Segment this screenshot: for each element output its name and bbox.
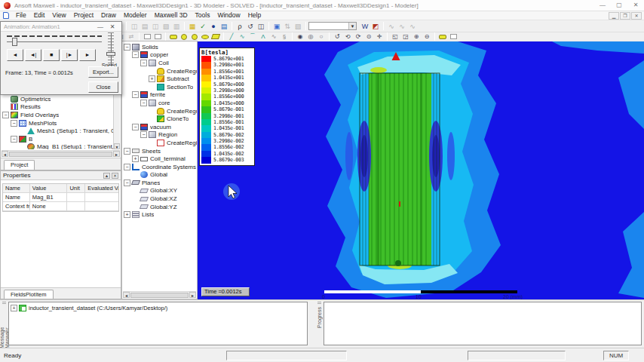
expander-icon[interactable]: − bbox=[124, 44, 130, 51]
expander-icon[interactable]: + bbox=[149, 75, 155, 82]
menu-edit[interactable]: Edit bbox=[30, 11, 49, 20]
toolbar-solve-combo[interactable]: ▼ bbox=[308, 22, 357, 30]
tree-item-coil[interactable]: −Coil bbox=[122, 59, 197, 67]
tab-fieldsplotitem[interactable]: FieldsPlotItem bbox=[4, 290, 54, 299]
stop-button[interactable]: ■ bbox=[43, 49, 60, 61]
toolbar-active-view-button[interactable]: ▣ bbox=[271, 21, 282, 31]
tree-item-core[interactable]: −core bbox=[122, 99, 197, 107]
toolbar-draw-circle-button[interactable] bbox=[179, 33, 189, 41]
expander-icon[interactable]: − bbox=[132, 124, 139, 130]
toolbar-fit-selection-button[interactable]: ◲ bbox=[400, 33, 411, 41]
toolbar-grid-tool-button[interactable] bbox=[448, 33, 458, 41]
tree-item-mesh1-setup1-transient-0s[interactable]: Mesh1 (Setup1 : Transient, 0s) bbox=[1, 127, 113, 135]
tree-item-ferrite[interactable]: −ferrite bbox=[122, 91, 197, 100]
toolbar-snap-1-button[interactable]: ∿ bbox=[386, 21, 397, 31]
close-button[interactable]: ✕ bbox=[627, 0, 644, 11]
tree-item-b[interactable]: −B bbox=[1, 135, 113, 143]
expander-icon[interactable]: + bbox=[11, 305, 17, 311]
tree-item-sectionto[interactable]: SectionTo bbox=[122, 83, 197, 91]
toolbar-draw-line-button[interactable]: ╱ bbox=[226, 33, 237, 41]
expander-icon[interactable]: − bbox=[140, 131, 147, 138]
tree-item-sheets[interactable]: −Sheets bbox=[122, 147, 197, 155]
toolbar-fit-all-button[interactable]: ◱ bbox=[390, 33, 400, 41]
speed-slider-thumb[interactable] bbox=[106, 52, 115, 56]
chevron-down-icon[interactable]: ▼ bbox=[348, 23, 356, 29]
toolbar-duplicate-button[interactable]: ◫ bbox=[150, 21, 161, 31]
mdi-minimize-button[interactable]: ▁ bbox=[609, 12, 619, 20]
menu-file[interactable]: File bbox=[12, 11, 30, 20]
toolbar-swap-button[interactable]: ⇄ bbox=[126, 33, 136, 41]
tree-item-global-xy[interactable]: Global:XY bbox=[122, 187, 197, 195]
tree-item-vacuum[interactable]: −vacuum bbox=[122, 123, 197, 131]
collapse-icon[interactable]: ▲ bbox=[103, 173, 110, 179]
toolbar-grid-plane-2-button[interactable] bbox=[152, 33, 163, 41]
toolbar-snap-3-button[interactable]: ∿ bbox=[407, 21, 418, 31]
toolbar-rotate-view-button[interactable]: ↺ bbox=[332, 33, 342, 41]
close-dialog-button[interactable]: Close bbox=[88, 81, 118, 93]
expander-icon[interactable]: + bbox=[132, 155, 139, 162]
toolbar-roll-button[interactable]: ⊙ bbox=[363, 33, 374, 41]
toolbar-draw-spline-button[interactable]: ∿ bbox=[237, 33, 247, 41]
tree-item-mag-b1-setup1-transient-0-00[interactable]: Mag_B1 (Setup1 : Transient, 0.00 bbox=[1, 143, 113, 149]
frame-slider-thumb[interactable] bbox=[12, 38, 17, 46]
column-header-name[interactable]: Name bbox=[3, 184, 30, 192]
toolbar-select-object-button[interactable]: ◉ bbox=[295, 33, 305, 41]
toolbar-material-display-button[interactable]: ◩ bbox=[370, 21, 381, 31]
play-forward-button[interactable]: ► bbox=[79, 49, 96, 61]
toolbar-analysis-setup-button[interactable]: ▦ bbox=[187, 21, 198, 31]
animation-dialog[interactable]: Animation: Animation1 — ✕ ◄ ◄| ■ |► ► Sp… bbox=[0, 21, 122, 95]
scrollbar-thumb[interactable] bbox=[130, 293, 189, 298]
tree-item-createregularpo[interactable]: CreateRegularPo bbox=[122, 67, 197, 75]
tree-item-coil-terminal[interactable]: +Coil_terminal bbox=[122, 155, 197, 163]
toolbar-draw-ellipse-a-button[interactable] bbox=[189, 33, 200, 41]
expander-icon[interactable]: − bbox=[11, 136, 17, 143]
menu-project[interactable]: Project bbox=[70, 11, 97, 20]
mdi-close-button[interactable]: ✕ bbox=[631, 12, 642, 20]
toolbar-draw-polyline-button[interactable]: Λ bbox=[258, 33, 268, 41]
toolbar-draw-arc-button[interactable]: ⌒ bbox=[247, 33, 258, 41]
expander-icon[interactable]: − bbox=[132, 51, 139, 58]
toolbar-zoom-out-button[interactable]: ⊖ bbox=[422, 33, 432, 41]
dock-grip[interactable] bbox=[2, 302, 6, 302]
tree-item-global[interactable]: Global bbox=[122, 171, 197, 179]
animation-minimize-button[interactable]: — bbox=[94, 23, 106, 30]
toolbar-paste-image-button[interactable]: ▤ bbox=[140, 21, 150, 31]
toolbar-pan-button[interactable]: ✛ bbox=[374, 33, 385, 41]
dock-grip[interactable] bbox=[317, 302, 321, 302]
menu-modeler[interactable]: Modeler bbox=[120, 11, 151, 20]
toolbar-zoom-in-button[interactable]: ⊕ bbox=[411, 33, 422, 41]
project-tree-horizontal-scrollbar[interactable]: ◄ ► bbox=[2, 150, 120, 157]
toolbar-select-edge-button[interactable]: ○ bbox=[316, 33, 327, 41]
scrollbar-thumb[interactable] bbox=[9, 152, 112, 157]
scroll-left-arrow-icon[interactable]: ◄ bbox=[123, 292, 130, 298]
expander-icon[interactable]: − bbox=[124, 148, 130, 155]
tree-item-results[interactable]: Results bbox=[1, 103, 113, 112]
toolbar-snap-2-button[interactable]: ∿ bbox=[397, 21, 407, 31]
menu-window[interactable]: Window bbox=[213, 11, 244, 20]
tree-item-global-yz[interactable]: Global:YZ bbox=[122, 203, 197, 211]
toolbar-mirror-button[interactable]: ▧ bbox=[161, 21, 171, 31]
tab-project[interactable]: Project bbox=[4, 160, 35, 170]
field-color-legend[interactable]: B[tesla] 5.8679e+0013.2998e+0011.8556e+0… bbox=[199, 48, 255, 166]
menu-help[interactable]: Help bbox=[244, 11, 265, 20]
tree-item-coordinate-systems[interactable]: −Coordinate Systems bbox=[122, 163, 197, 171]
expander-icon[interactable]: − bbox=[132, 91, 139, 98]
tree-item-createregularpo[interactable]: CreateRegularPo bbox=[122, 107, 197, 115]
scroll-left-arrow-icon[interactable]: ◄ bbox=[2, 151, 8, 157]
toolbar-draw-ellipse-b-button[interactable] bbox=[200, 33, 210, 41]
toolbar-view-results-button[interactable]: ▤ bbox=[219, 21, 229, 31]
toolbar-wave-setup-button[interactable]: W bbox=[360, 21, 370, 31]
toolbar-draw-box-button[interactable] bbox=[210, 33, 221, 41]
property-row-context[interactable]: Context fro... None bbox=[3, 202, 118, 211]
tree-item-field-overlays[interactable]: −Field Overlays bbox=[1, 111, 113, 119]
property-row-name[interactable]: Name Mag_B1 bbox=[3, 193, 118, 202]
toolbar-copy-view-button[interactable]: ◫ bbox=[256, 21, 266, 31]
toolbar-grid-plane-button[interactable] bbox=[142, 33, 152, 41]
play-reverse-button[interactable]: ◄ bbox=[7, 49, 23, 61]
toolbar-validate-button[interactable]: ✓ bbox=[198, 21, 208, 31]
maximize-button[interactable]: ▢ bbox=[611, 0, 627, 11]
message-tree-item[interactable]: + inductor_transient_dataset (C:/Users/K… bbox=[11, 304, 305, 312]
expander-icon[interactable]: − bbox=[140, 60, 147, 66]
menu-maxwell-3d[interactable]: Maxwell 3D bbox=[151, 11, 192, 20]
toolbar-undo-view-button[interactable]: ↺ bbox=[245, 21, 256, 31]
